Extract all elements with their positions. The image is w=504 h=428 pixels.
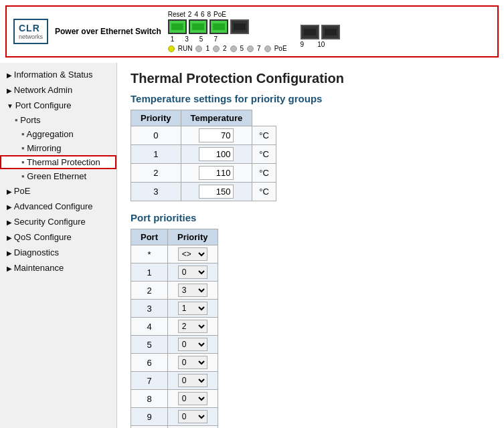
sidebar-item-poe[interactable]: PoE [0,183,116,199]
port-cell: 4 [131,318,168,336]
sidebar-item-qos-configure[interactable]: QoS Configure [0,229,116,245]
sidebar: Information & Status Network Admin Port … [0,63,117,428]
led-1 [195,45,202,52]
temp-priority-cell: 0 [131,126,181,145]
status-leds: RUN 1 2 5 7 PoE [168,45,287,52]
pnum-9: 9 [301,41,305,48]
port-row: 5 <>0123 [131,336,218,354]
priority-cell[interactable]: <>0123 [168,245,218,263]
priority-cell[interactable]: <>0123 [168,282,218,300]
temp-col-unit [252,110,276,126]
port-nums-group2: 9 10 [301,41,325,48]
device-header: CLR networks Power over Ethernet Switch … [5,5,499,58]
priority-cell[interactable]: <>0123 [168,354,218,372]
priority-select-0[interactable]: <>0123 [178,247,207,261]
led-7 [247,45,254,52]
temp-value-cell[interactable] [181,164,252,183]
sidebar-item-maintenance[interactable]: Maintenance [0,260,116,276]
port-icon-8 [230,19,249,34]
port-row: 9 <>0123 [131,408,218,426]
temp-input-0[interactable] [199,128,234,142]
priority-cell[interactable]: <>0123 [168,263,218,282]
deg-unit: °C [252,164,276,183]
port-cell: 1 [131,263,168,282]
temp-input-3[interactable] [199,185,234,199]
sidebar-item-info-status[interactable]: Information & Status [0,67,116,82]
temp-priority-cell: 3 [131,183,181,201]
temp-input-1[interactable] [199,147,234,161]
port-cell: 6 [131,354,168,372]
device-label: Power over Ethernet Switch [55,27,161,36]
pnum-3: 3 [185,35,189,43]
port-cell: 3 [131,300,168,318]
priority-cell[interactable]: <>0123 [168,426,218,429]
priority-select-5[interactable]: <>0123 [178,338,207,351]
temp-row: 3 °C [131,183,276,201]
priority-select-2[interactable]: <>0123 [178,284,207,297]
port-nums-bottom: 1 3 5 7 [168,35,218,43]
temp-value-cell[interactable] [181,183,252,201]
sidebar-item-thermal-protection[interactable]: Thermal Protection [0,155,116,169]
pnum-5: 5 [199,35,203,43]
port-row: 2 <>0123 [131,282,218,300]
led-2 [213,45,220,52]
sidebar-item-port-configure[interactable]: Port Configure [0,98,116,113]
priority-cell[interactable]: <>0123 [168,390,218,408]
port-priorities-table: Port Priority * <>0123 1 <>0123 2 <>0123… [131,229,218,428]
priority-cell[interactable]: <>0123 [168,372,218,390]
port-row: 10 <>0123 [131,426,218,429]
priority-select-6[interactable]: <>0123 [178,356,207,369]
led-5-label: 5 [240,45,244,52]
priority-cell[interactable]: <>0123 [168,336,218,354]
temp-col-priority: Priority [131,110,181,126]
pnum-6: 6 [201,11,205,18]
led-7-label: 7 [257,45,261,52]
priority-cell[interactable]: <>0123 [168,300,218,318]
deg-unit: °C [252,145,276,164]
poe-top-label: PoE [214,11,226,18]
pnum-10: 10 [317,41,325,48]
sidebar-item-network-admin[interactable]: Network Admin [0,82,116,98]
temp-priority-cell: 1 [131,145,181,164]
port-row: * <>0123 [131,245,218,263]
priority-select-1[interactable]: <>0123 [178,265,207,279]
logo-text: CLR [19,23,43,33]
priority-cell[interactable]: <>0123 [168,408,218,426]
led-poe-label: PoE [274,45,287,52]
sidebar-item-aggregation[interactable]: Aggregation [0,127,116,141]
temp-priority-cell: 2 [131,164,181,183]
temp-row: 1 °C [131,145,276,164]
sidebar-item-security-configure[interactable]: Security Configure [0,214,116,229]
led-poe [264,45,271,52]
pnum-1: 1 [171,35,175,43]
port-group-2: 9 10 [301,15,340,48]
temp-value-cell[interactable] [181,145,252,164]
priority-select-3[interactable]: <>0123 [178,302,207,315]
run-led [168,45,175,52]
led-5 [230,45,237,52]
port-col-priority: Priority [168,229,218,245]
temperature-table: Priority Temperature 0 °C 1 °C 2 ° [131,110,276,201]
content-area: Thermal Protection Configuration Tempera… [117,63,504,428]
pnum-8: 8 [207,11,212,18]
port-section-title: Port priorities [131,212,491,223]
priority-cell[interactable]: <>0123 [168,318,218,336]
led-1-label: 1 [205,45,209,52]
priority-select-9[interactable]: <>0123 [178,410,207,423]
priority-select-7[interactable]: <>0123 [178,374,207,387]
sidebar-item-ports[interactable]: Ports [0,113,116,127]
sidebar-item-mirroring[interactable]: Mirroring [0,141,116,155]
led-2-label: 2 [223,45,227,52]
temp-value-cell[interactable] [181,126,252,145]
main-layout: Information & Status Network Admin Port … [0,63,504,428]
sidebar-item-green-ethernet[interactable]: Green Ethernet [0,169,116,183]
port-row: 1 <>0123 [131,263,218,282]
port-icon-2 [168,19,187,34]
temp-row: 2 °C [131,164,276,183]
sidebar-item-advanced-configure[interactable]: Advanced Configure [0,199,116,214]
priority-select-8[interactable]: <>0123 [178,392,207,405]
priority-select-4[interactable]: <>0123 [178,320,207,333]
port-row: 4 <>0123 [131,318,218,336]
temp-input-2[interactable] [199,166,234,180]
sidebar-item-diagnostics[interactable]: Diagnostics [0,245,116,260]
